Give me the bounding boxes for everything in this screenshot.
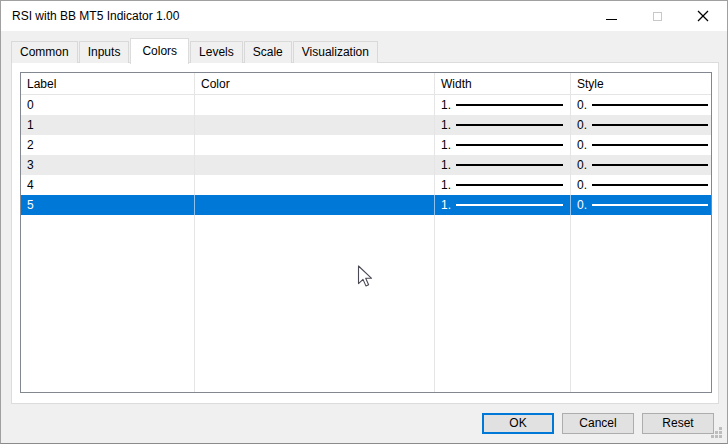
tab-label: Inputs	[88, 45, 121, 59]
width-line-sample	[456, 144, 563, 146]
style-line-sample	[592, 144, 708, 146]
label-cell[interactable]: 2	[21, 135, 195, 155]
width-line-sample	[456, 164, 563, 166]
width-cell[interactable]: 1.	[435, 95, 571, 115]
tab-colors[interactable]: Colors	[130, 38, 189, 64]
column-header-label[interactable]: Label	[21, 73, 195, 94]
style-line-sample	[592, 164, 708, 166]
style-cell[interactable]: 0.	[571, 195, 711, 215]
table-row-selected[interactable]: 5 1. 0.	[21, 195, 711, 215]
table-row[interactable]: 1 1. 0.	[21, 115, 711, 135]
tab-levels[interactable]: Levels	[190, 41, 243, 63]
table-row[interactable]: 2 1. 0.	[21, 135, 711, 155]
close-button[interactable]	[680, 1, 726, 31]
tab-inputs[interactable]: Inputs	[79, 41, 130, 63]
maximize-button	[634, 1, 680, 31]
width-line-sample	[456, 124, 563, 126]
color-cell[interactable]	[195, 115, 435, 135]
close-icon	[697, 10, 709, 22]
style-line-sample	[592, 184, 708, 186]
width-cell[interactable]: 1.	[435, 135, 571, 155]
width-cell[interactable]: 1.	[435, 155, 571, 175]
colors-table: Label Color Width Style 0 1. 0. 1 1. 0. …	[20, 72, 712, 393]
window-title: RSI with BB MT5 Indicator 1.00	[1, 9, 179, 23]
width-cell[interactable]: 1.	[435, 175, 571, 195]
color-cell[interactable]	[195, 155, 435, 175]
tab-visualization[interactable]: Visualization	[293, 41, 378, 63]
colors-tab-page: Label Color Width Style 0 1. 0. 1 1. 0. …	[11, 62, 719, 404]
resize-grip[interactable]	[710, 426, 722, 438]
width-line-sample	[456, 204, 563, 206]
style-cell[interactable]: 0.	[571, 115, 711, 135]
label-cell[interactable]: 0	[21, 95, 195, 115]
table-empty-area	[21, 215, 711, 392]
column-header-style[interactable]: Style	[571, 73, 711, 94]
column-header-color[interactable]: Color	[195, 73, 435, 94]
color-cell[interactable]	[195, 175, 435, 195]
style-line-sample	[592, 104, 708, 106]
label-cell[interactable]: 5	[21, 195, 195, 215]
table-row[interactable]: 0 1. 0.	[21, 95, 711, 115]
style-cell[interactable]: 0.	[571, 95, 711, 115]
style-line-sample	[592, 124, 708, 126]
tab-strip: Common Inputs Colors Levels Scale Visual…	[11, 36, 379, 63]
label-cell[interactable]: 1	[21, 115, 195, 135]
cancel-button[interactable]: Cancel	[562, 413, 634, 434]
style-cell[interactable]: 0.	[571, 135, 711, 155]
column-header-width[interactable]: Width	[435, 73, 571, 94]
tab-label: Levels	[199, 45, 234, 59]
window-controls	[588, 1, 726, 31]
style-cell[interactable]: 0.	[571, 175, 711, 195]
minimize-icon	[606, 19, 617, 20]
color-cell[interactable]	[195, 135, 435, 155]
table-row[interactable]: 4 1. 0.	[21, 175, 711, 195]
minimize-button[interactable]	[588, 1, 634, 31]
tab-label: Common	[20, 45, 69, 59]
width-cell[interactable]: 1.	[435, 115, 571, 135]
tab-label: Scale	[253, 45, 283, 59]
maximize-icon	[653, 12, 662, 21]
ok-button[interactable]: OK	[482, 413, 554, 434]
label-cell[interactable]: 4	[21, 175, 195, 195]
tab-common[interactable]: Common	[11, 41, 78, 63]
style-line-sample	[592, 204, 708, 206]
width-line-sample	[456, 184, 563, 186]
tab-label: Colors	[142, 44, 177, 58]
label-cell[interactable]: 3	[21, 155, 195, 175]
table-row[interactable]: 3 1. 0.	[21, 155, 711, 175]
color-cell[interactable]	[195, 95, 435, 115]
style-cell[interactable]: 0.	[571, 155, 711, 175]
color-cell[interactable]	[195, 195, 435, 215]
width-line-sample	[456, 104, 563, 106]
indicator-properties-dialog: RSI with BB MT5 Indicator 1.00 Common In…	[0, 0, 728, 444]
width-cell[interactable]: 1.	[435, 195, 571, 215]
title-bar[interactable]: RSI with BB MT5 Indicator 1.00	[1, 1, 727, 31]
reset-button[interactable]: Reset	[642, 413, 714, 434]
tab-label: Visualization	[302, 45, 369, 59]
tab-scale[interactable]: Scale	[244, 41, 292, 63]
table-header: Label Color Width Style	[21, 73, 711, 95]
button-bar: OK Cancel Reset	[474, 413, 714, 434]
